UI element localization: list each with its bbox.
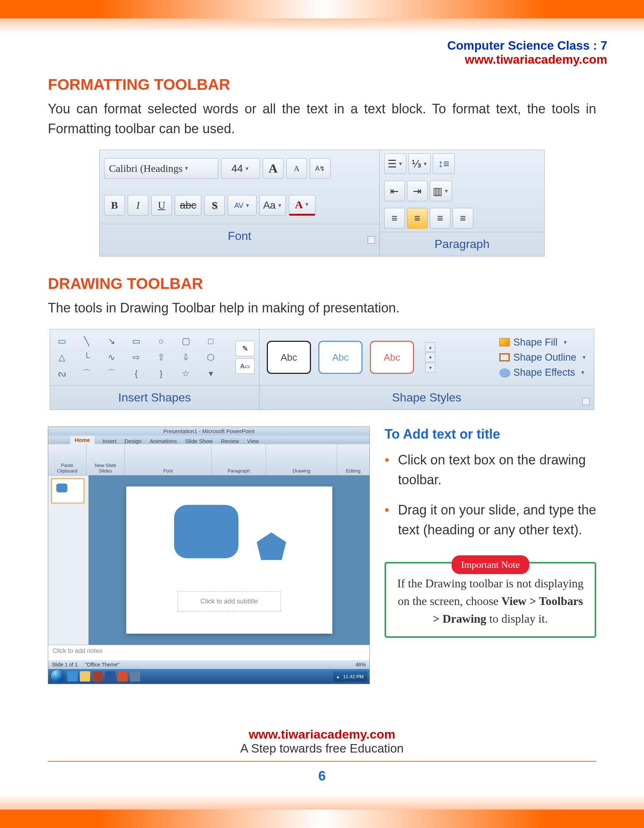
- pp-rounded-rect-shape[interactable]: [174, 505, 238, 558]
- indent-button[interactable]: ⇥: [407, 181, 428, 201]
- spacing-button[interactable]: AV▼: [228, 195, 257, 216]
- roundrect-icon[interactable]: ▢: [179, 334, 193, 348]
- pp-thumb-1[interactable]: [51, 478, 84, 503]
- downarrow-icon[interactable]: ⇩: [179, 350, 193, 365]
- edit-shape-button[interactable]: ✎: [235, 341, 255, 356]
- triangle-icon[interactable]: △: [55, 350, 69, 365]
- lbrace-icon[interactable]: {: [129, 366, 144, 381]
- pp-slide[interactable]: Click to add subtitle: [126, 486, 332, 634]
- powerpoint-screenshot: Presentation1 - Microsoft PowerPoint Hom…: [48, 427, 370, 684]
- pp-tabs: Home Insert Design Animations Slide Show…: [48, 436, 370, 445]
- section-drawing-title: DRAWING TOOLBAR: [48, 275, 596, 293]
- bottom-border: [0, 809, 644, 828]
- start-orb-icon[interactable]: [50, 669, 65, 684]
- system-tray[interactable]: ▴11:42 PM: [333, 671, 367, 682]
- clear-format-button[interactable]: A↯: [310, 158, 331, 179]
- elbow-icon[interactable]: └: [79, 350, 94, 365]
- more-icon[interactable]: ▾: [204, 366, 218, 381]
- font-ribbon: Calibri (Headings▼ 44▼ A A A↯ B I U abc …: [99, 150, 545, 257]
- app2-taskbar-icon[interactable]: [130, 671, 140, 682]
- blockarrow-icon[interactable]: ⇨: [129, 350, 144, 365]
- pp-tab-slideshow[interactable]: Slide Show: [185, 438, 213, 444]
- freeform-icon[interactable]: ⬡: [204, 350, 218, 365]
- pp-slide-panel[interactable]: [48, 475, 89, 645]
- columns-button[interactable]: ▥▼: [430, 181, 452, 201]
- underline-button[interactable]: U: [151, 195, 172, 216]
- connector-icon[interactable]: ⌒: [79, 366, 94, 381]
- header-url: www.tiwariacademy.com: [0, 53, 607, 67]
- insert-shapes-label: Insert Shapes: [50, 385, 259, 409]
- shape-outline-button[interactable]: Shape Outline ▼: [499, 352, 587, 363]
- pp-status-bar: Slide 1 of 1 "Office Theme" 46%: [48, 660, 370, 669]
- pp-status-zoom: 46%: [356, 662, 366, 668]
- note-text-2: to display it.: [489, 612, 548, 625]
- rbrace-icon[interactable]: }: [154, 366, 169, 381]
- pp-editing-label: Editing: [346, 468, 360, 474]
- ie-taskbar-icon[interactable]: [67, 671, 78, 682]
- align-left-button[interactable]: ≡: [384, 208, 405, 229]
- font-size-dropdown[interactable]: 44▼: [221, 158, 260, 179]
- explorer-taskbar-icon[interactable]: [80, 671, 90, 682]
- pp-tab-insert[interactable]: Insert: [103, 438, 117, 444]
- textbox-icon[interactable]: ▭: [55, 334, 69, 348]
- outdent-button[interactable]: ⇤: [384, 181, 405, 201]
- shape-effects-button[interactable]: Shape Effects ▼: [499, 367, 587, 378]
- font-name-dropdown[interactable]: Calibri (Headings▼: [104, 158, 218, 179]
- app-taskbar-icon[interactable]: [92, 671, 103, 682]
- shape-style-3[interactable]: Abc: [370, 341, 414, 374]
- shape-style-2[interactable]: Abc: [318, 341, 362, 374]
- shape-style-1[interactable]: Abc: [267, 341, 311, 374]
- pp-subtitle-placeholder[interactable]: Click to add subtitle: [178, 591, 281, 612]
- rect-icon[interactable]: ▭: [129, 334, 144, 348]
- styles-scroll-up[interactable]: ▴: [425, 342, 436, 352]
- curve-icon[interactable]: ∿: [104, 350, 119, 365]
- align-center-button[interactable]: ≡: [407, 208, 428, 229]
- numbering-button[interactable]: ⅓▼: [409, 154, 431, 174]
- footer-divider: [48, 761, 596, 762]
- square-icon[interactable]: □: [204, 334, 218, 348]
- align-right-button[interactable]: ≡: [430, 208, 450, 229]
- uparrow-icon[interactable]: ⇧: [154, 350, 169, 365]
- shrink-font-button[interactable]: A: [286, 158, 307, 179]
- bullet-1: •Click on text box on the drawing toolba…: [385, 450, 596, 490]
- shapes-gallery[interactable]: ▭ ╲ ↘ ▭ ○ ▢ □ △ └ ∿ ⇨ ⇧ ⇩ ⬡ ᔓ ⌒ ⌒: [50, 329, 231, 385]
- pp-teardrop-shape[interactable]: [257, 533, 286, 560]
- bullets-button[interactable]: ☰▼: [384, 154, 406, 174]
- italic-button[interactable]: I: [128, 195, 148, 216]
- styles-dialog-launcher[interactable]: [582, 398, 589, 405]
- oval-icon[interactable]: ○: [154, 334, 169, 348]
- styles-scroll-down[interactable]: ▾: [425, 353, 436, 362]
- case-button[interactable]: Aa▼: [259, 195, 286, 216]
- pp-tab-animations[interactable]: Animations: [150, 438, 177, 444]
- pp-tab-home[interactable]: Home: [70, 436, 95, 444]
- pp-tab-view[interactable]: View: [247, 438, 259, 444]
- arrow-icon[interactable]: ↘: [104, 334, 119, 348]
- grow-font-button[interactable]: A: [263, 158, 284, 179]
- strike-button[interactable]: abc: [175, 195, 201, 216]
- styles-expand[interactable]: ▾: [425, 363, 436, 372]
- shadow-button[interactable]: S: [204, 195, 225, 216]
- pp-clipboard-label: Clipboard: [57, 468, 78, 474]
- scribble-icon[interactable]: ᔓ: [55, 366, 69, 381]
- word-taskbar-icon[interactable]: [105, 671, 115, 682]
- pp-titlebar: Presentation1 - Microsoft PowerPoint: [48, 427, 370, 436]
- linespacing-button[interactable]: ↕≡: [433, 154, 455, 174]
- windows-taskbar: ▴11:42 PM: [48, 669, 370, 684]
- pp-canvas[interactable]: Click to add subtitle: [89, 475, 370, 645]
- pp-notes-pane[interactable]: Click to add notes: [48, 645, 370, 660]
- font-dialog-launcher[interactable]: [368, 236, 375, 244]
- shape-fill-button[interactable]: Shape Fill ▼: [499, 337, 587, 348]
- page-header: Computer Science Class : 7 www.tiwariaca…: [0, 33, 644, 76]
- font-color-button[interactable]: A▼: [289, 195, 315, 216]
- bold-button[interactable]: B: [104, 195, 125, 216]
- section-drawing-text: The tools in Drawing Toolbar help in mak…: [48, 298, 596, 318]
- star-icon[interactable]: ☆: [179, 366, 193, 381]
- textbox-button[interactable]: A▭: [235, 358, 255, 374]
- powerpoint-taskbar-icon[interactable]: [118, 671, 128, 682]
- justify-button[interactable]: ≡: [453, 208, 473, 229]
- arc-icon[interactable]: ⌒: [104, 366, 119, 381]
- pp-tab-design[interactable]: Design: [124, 438, 142, 444]
- pp-tab-review[interactable]: Review: [221, 438, 239, 444]
- line-icon[interactable]: ╲: [79, 334, 94, 348]
- note-badge: Important Note: [451, 555, 530, 574]
